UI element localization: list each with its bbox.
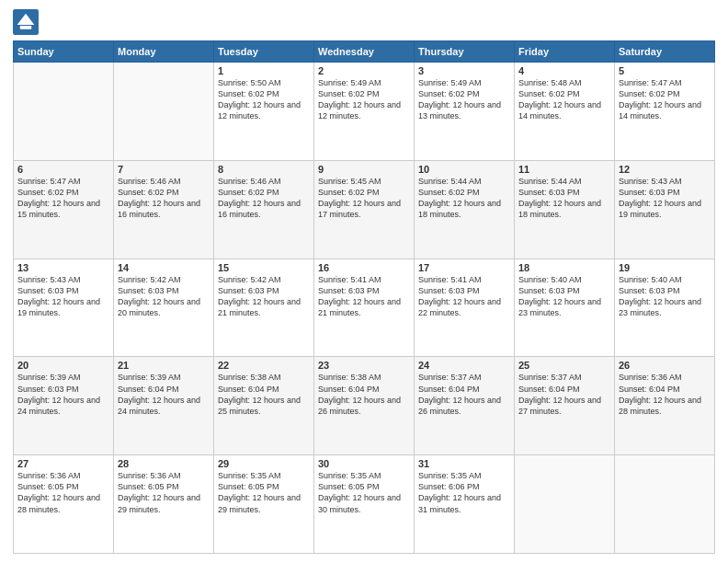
cell-content: Sunrise: 5:37 AM Sunset: 6:04 PM Dayligh… [418, 372, 510, 417]
calendar-cell: 25Sunrise: 5:37 AM Sunset: 6:04 PM Dayli… [515, 357, 615, 455]
day-number: 26 [619, 360, 711, 371]
calendar-week-row: 6Sunrise: 5:47 AM Sunset: 6:02 PM Daylig… [14, 160, 715, 259]
svg-rect-2 [20, 26, 31, 29]
day-number: 12 [619, 164, 711, 175]
calendar-cell: 26Sunrise: 5:36 AM Sunset: 6:04 PM Dayli… [615, 357, 715, 455]
calendar-cell: 10Sunrise: 5:44 AM Sunset: 6:02 PM Dayli… [415, 160, 515, 259]
cell-content: Sunrise: 5:35 AM Sunset: 6:05 PM Dayligh… [218, 470, 310, 515]
calendar-week-row: 20Sunrise: 5:39 AM Sunset: 6:03 PM Dayli… [14, 357, 715, 455]
cell-content: Sunrise: 5:42 AM Sunset: 6:03 PM Dayligh… [218, 274, 310, 319]
cell-content: Sunrise: 5:47 AM Sunset: 6:02 PM Dayligh… [619, 77, 711, 122]
calendar-cell: 4Sunrise: 5:48 AM Sunset: 6:02 PM Daylig… [515, 63, 615, 161]
calendar-header-saturday: Saturday [615, 41, 715, 63]
day-number: 20 [17, 360, 109, 371]
calendar-header-thursday: Thursday [415, 41, 515, 63]
calendar-cell [615, 455, 715, 554]
day-number: 18 [518, 262, 610, 273]
cell-content: Sunrise: 5:40 AM Sunset: 6:03 PM Dayligh… [518, 274, 610, 319]
cell-content: Sunrise: 5:40 AM Sunset: 6:03 PM Dayligh… [619, 274, 711, 319]
day-number: 19 [619, 262, 711, 273]
cell-content: Sunrise: 5:39 AM Sunset: 6:04 PM Dayligh… [118, 372, 210, 417]
day-number: 11 [518, 164, 610, 175]
day-number: 15 [218, 262, 310, 273]
cell-content: Sunrise: 5:46 AM Sunset: 6:02 PM Dayligh… [218, 176, 310, 221]
calendar-week-row: 13Sunrise: 5:43 AM Sunset: 6:03 PM Dayli… [14, 259, 715, 357]
day-number: 31 [418, 458, 510, 469]
calendar-table: SundayMondayTuesdayWednesdayThursdayFrid… [13, 40, 715, 554]
calendar-cell: 3Sunrise: 5:49 AM Sunset: 6:02 PM Daylig… [415, 63, 515, 161]
calendar-cell: 14Sunrise: 5:42 AM Sunset: 6:03 PM Dayli… [114, 259, 214, 357]
cell-content: Sunrise: 5:38 AM Sunset: 6:04 PM Dayligh… [218, 372, 310, 417]
calendar-cell: 30Sunrise: 5:35 AM Sunset: 6:05 PM Dayli… [314, 455, 415, 554]
calendar-header-friday: Friday [515, 41, 615, 63]
cell-content: Sunrise: 5:43 AM Sunset: 6:03 PM Dayligh… [17, 274, 109, 319]
day-number: 16 [318, 262, 410, 273]
cell-content: Sunrise: 5:49 AM Sunset: 6:02 PM Dayligh… [418, 77, 510, 122]
cell-content: Sunrise: 5:41 AM Sunset: 6:03 PM Dayligh… [418, 274, 510, 319]
cell-content: Sunrise: 5:44 AM Sunset: 6:03 PM Dayligh… [518, 176, 610, 221]
calendar-cell: 11Sunrise: 5:44 AM Sunset: 6:03 PM Dayli… [515, 160, 615, 259]
calendar-cell: 28Sunrise: 5:36 AM Sunset: 6:05 PM Dayli… [114, 455, 214, 554]
day-number: 28 [118, 458, 210, 469]
cell-content: Sunrise: 5:36 AM Sunset: 6:05 PM Dayligh… [118, 470, 210, 515]
cell-content: Sunrise: 5:36 AM Sunset: 6:04 PM Dayligh… [619, 372, 711, 417]
calendar-cell [14, 63, 114, 161]
cell-content: Sunrise: 5:44 AM Sunset: 6:02 PM Dayligh… [418, 176, 510, 221]
day-number: 21 [118, 360, 210, 371]
day-number: 2 [318, 65, 410, 76]
calendar-cell: 6Sunrise: 5:47 AM Sunset: 6:02 PM Daylig… [14, 160, 114, 259]
cell-content: Sunrise: 5:41 AM Sunset: 6:03 PM Dayligh… [318, 274, 410, 319]
cell-content: Sunrise: 5:35 AM Sunset: 6:06 PM Dayligh… [418, 470, 510, 515]
day-number: 1 [218, 65, 310, 76]
calendar-header-sunday: Sunday [14, 41, 114, 63]
cell-content: Sunrise: 5:45 AM Sunset: 6:02 PM Dayligh… [318, 176, 410, 221]
day-number: 25 [518, 360, 610, 371]
calendar-header-tuesday: Tuesday [214, 41, 314, 63]
cell-content: Sunrise: 5:46 AM Sunset: 6:02 PM Dayligh… [118, 176, 210, 221]
calendar-cell: 1Sunrise: 5:50 AM Sunset: 6:02 PM Daylig… [214, 63, 314, 161]
header [13, 9, 715, 35]
day-number: 8 [218, 164, 310, 175]
logo-icon [13, 9, 39, 35]
day-number: 30 [318, 458, 410, 469]
cell-content: Sunrise: 5:49 AM Sunset: 6:02 PM Dayligh… [318, 77, 410, 122]
calendar-cell: 8Sunrise: 5:46 AM Sunset: 6:02 PM Daylig… [214, 160, 314, 259]
cell-content: Sunrise: 5:38 AM Sunset: 6:04 PM Dayligh… [318, 372, 410, 417]
calendar-cell: 20Sunrise: 5:39 AM Sunset: 6:03 PM Dayli… [14, 357, 114, 455]
calendar-week-row: 27Sunrise: 5:36 AM Sunset: 6:05 PM Dayli… [14, 455, 715, 554]
logo [13, 9, 42, 35]
day-number: 22 [218, 360, 310, 371]
calendar-cell: 9Sunrise: 5:45 AM Sunset: 6:02 PM Daylig… [314, 160, 415, 259]
day-number: 4 [518, 65, 610, 76]
cell-content: Sunrise: 5:37 AM Sunset: 6:04 PM Dayligh… [518, 372, 610, 417]
day-number: 29 [218, 458, 310, 469]
calendar-cell: 12Sunrise: 5:43 AM Sunset: 6:03 PM Dayli… [615, 160, 715, 259]
cell-content: Sunrise: 5:50 AM Sunset: 6:02 PM Dayligh… [218, 77, 310, 122]
calendar-cell: 23Sunrise: 5:38 AM Sunset: 6:04 PM Dayli… [314, 357, 415, 455]
calendar-cell: 17Sunrise: 5:41 AM Sunset: 6:03 PM Dayli… [415, 259, 515, 357]
page: SundayMondayTuesdayWednesdayThursdayFrid… [0, 0, 728, 563]
calendar-cell [515, 455, 615, 554]
calendar-cell: 16Sunrise: 5:41 AM Sunset: 6:03 PM Dayli… [314, 259, 415, 357]
calendar-cell: 27Sunrise: 5:36 AM Sunset: 6:05 PM Dayli… [14, 455, 114, 554]
calendar-cell: 21Sunrise: 5:39 AM Sunset: 6:04 PM Dayli… [114, 357, 214, 455]
day-number: 14 [118, 262, 210, 273]
calendar-cell: 29Sunrise: 5:35 AM Sunset: 6:05 PM Dayli… [214, 455, 314, 554]
calendar-cell: 7Sunrise: 5:46 AM Sunset: 6:02 PM Daylig… [114, 160, 214, 259]
cell-content: Sunrise: 5:43 AM Sunset: 6:03 PM Dayligh… [619, 176, 711, 221]
day-number: 5 [619, 65, 711, 76]
calendar-header-monday: Monday [114, 41, 214, 63]
cell-content: Sunrise: 5:39 AM Sunset: 6:03 PM Dayligh… [17, 372, 109, 417]
day-number: 3 [418, 65, 510, 76]
calendar-cell: 18Sunrise: 5:40 AM Sunset: 6:03 PM Dayli… [515, 259, 615, 357]
calendar-week-row: 1Sunrise: 5:50 AM Sunset: 6:02 PM Daylig… [14, 63, 715, 161]
day-number: 9 [318, 164, 410, 175]
day-number: 27 [17, 458, 109, 469]
day-number: 10 [418, 164, 510, 175]
calendar-header-wednesday: Wednesday [314, 41, 415, 63]
cell-content: Sunrise: 5:42 AM Sunset: 6:03 PM Dayligh… [118, 274, 210, 319]
day-number: 23 [318, 360, 410, 371]
calendar-cell: 31Sunrise: 5:35 AM Sunset: 6:06 PM Dayli… [415, 455, 515, 554]
calendar-cell: 24Sunrise: 5:37 AM Sunset: 6:04 PM Dayli… [415, 357, 515, 455]
day-number: 7 [118, 164, 210, 175]
